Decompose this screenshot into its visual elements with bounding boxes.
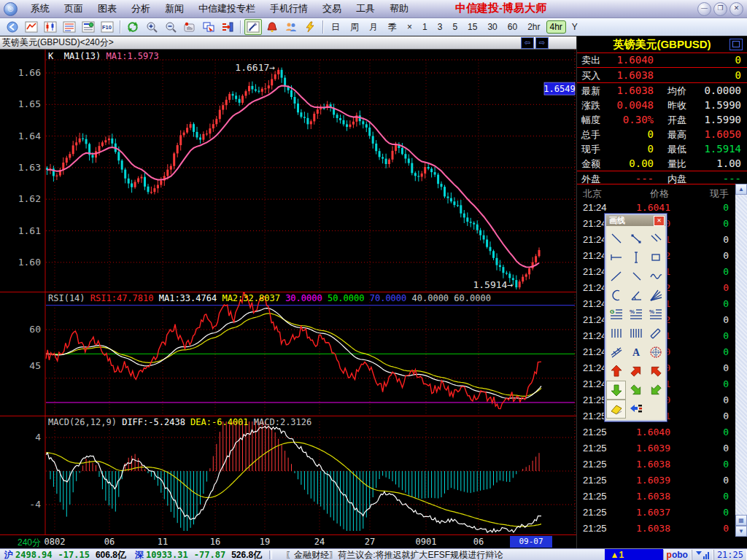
candlestick-button[interactable] — [42, 19, 59, 35]
draw-tool-slanted-channel[interactable] — [646, 324, 665, 343]
draw-tool-gann-fan[interactable] — [646, 286, 665, 305]
period-button-Y[interactable]: Y — [568, 20, 582, 34]
minimize-button[interactable]: — — [697, 2, 711, 16]
period-button-3[interactable]: 3 — [433, 20, 447, 34]
draw-tool-arc-line[interactable] — [606, 286, 626, 305]
draw-tool-arrow-se-green[interactable] — [626, 381, 646, 400]
palette-close-icon[interactable]: ✕ — [654, 216, 665, 226]
draw-tool-trend-line[interactable] — [606, 229, 626, 248]
draw-tool-parallel-lines[interactable] — [646, 229, 665, 248]
export-button[interactable] — [219, 19, 236, 35]
f10-button[interactable]: F10 — [98, 19, 116, 35]
menu-item-新闻[interactable]: 新闻 — [158, 0, 191, 18]
menu-item-系统[interactable]: 系统 — [23, 0, 57, 18]
draw-tool-text-tool[interactable]: A — [626, 343, 646, 362]
draw-tool-wave-line[interactable] — [646, 267, 665, 286]
menu-item-帮助[interactable]: 帮助 — [382, 0, 416, 18]
tick-row[interactable]: 21:251.60380 — [577, 456, 736, 472]
sh-index-label[interactable]: 沪 — [4, 549, 13, 560]
tick-row[interactable]: 21:251.60370 — [577, 505, 736, 521]
period-button-月[interactable]: 月 — [365, 20, 382, 35]
draw-tool-arrow-down-green[interactable] — [606, 381, 626, 400]
back-button[interactable] — [4, 19, 21, 35]
scroll-grid-button[interactable]: ▦ — [735, 515, 747, 526]
period-button-5[interactable]: 5 — [448, 20, 462, 34]
draw-tool-arrow-sw-green[interactable] — [646, 381, 665, 400]
draw-tool-horizontal-line[interactable] — [606, 248, 626, 267]
draw-tool-pan-tool[interactable] — [626, 400, 646, 419]
tick-row[interactable]: 21:251.60380 — [577, 489, 736, 505]
draw-tool-percent-lines[interactable]: % — [626, 305, 646, 324]
draw-tool-vertical-line[interactable] — [626, 248, 646, 267]
period-button-30[interactable]: 30 — [483, 20, 501, 34]
period-button-日[interactable]: 日 — [327, 20, 344, 35]
period-button-周[interactable]: 周 — [346, 20, 363, 35]
main-chart-svg[interactable]: 1.661.651.641.631.621.611.601.6617→1.591… — [0, 50, 576, 292]
tick-volume: 0 — [723, 443, 729, 454]
line-chart-button[interactable] — [23, 19, 40, 35]
period-button-60[interactable]: 60 — [503, 20, 522, 34]
window-switch-button[interactable] — [200, 19, 217, 35]
menu-item-图表[interactable]: 图表 — [90, 0, 124, 18]
period-button-2hr[interactable]: 2hr — [523, 20, 544, 34]
period-button-4hr[interactable]: 4hr — [546, 20, 566, 34]
draw-tool-angle-line[interactable] — [626, 286, 646, 305]
draw-tool-ray-down[interactable] — [626, 267, 646, 286]
zoom-out-button[interactable] — [162, 19, 179, 35]
draw-tool-rectangle[interactable] — [646, 248, 665, 267]
draw-tool-ray-up[interactable] — [606, 267, 626, 286]
info-browser-button[interactable] — [80, 19, 97, 35]
tick-row[interactable]: 21:251.60390 — [577, 440, 736, 456]
alert-count-badge[interactable]: ▲1 — [605, 549, 663, 560]
menu-item-分析[interactable]: 分析 — [124, 0, 158, 18]
tick-row[interactable]: 21:251.60390 — [577, 472, 736, 489]
draw-palette-titlebar[interactable]: 画线 ✕ — [606, 215, 665, 226]
period-button-1[interactable]: 1 — [418, 20, 432, 34]
quote-maximize-button[interactable] — [729, 39, 743, 50]
app-logo-icon[interactable]: ◎ — [4, 2, 18, 16]
period-button-季[interactable]: 季 — [384, 20, 401, 35]
rsi-chart-svg[interactable]: 6045 — [0, 292, 576, 416]
period-button-×[interactable]: × — [403, 20, 417, 34]
quote-list-button[interactable] — [61, 19, 78, 35]
draw-line-button[interactable] — [244, 19, 262, 35]
period-button-15[interactable]: 15 — [463, 20, 481, 34]
alarm-button[interactable] — [263, 19, 281, 35]
menu-item-中信建投专栏[interactable]: 中信建投专栏 — [191, 0, 263, 18]
prev-chart-button[interactable]: ⇦ — [521, 37, 534, 49]
zoom-in-button[interactable] — [143, 19, 160, 35]
drag-button[interactable] — [181, 19, 198, 35]
menu-item-手机行情[interactable]: 手机行情 — [263, 0, 315, 18]
draw-palette[interactable]: 画线 ✕ G%%A — [604, 213, 667, 422]
draw-tool-arrow-ne-red[interactable] — [626, 362, 646, 381]
tick-row[interactable]: 21:251.60400 — [577, 424, 736, 440]
draw-tool-arrow-up-red[interactable] — [606, 362, 626, 381]
menu-item-交易[interactable]: 交易 — [315, 0, 349, 18]
scroll-up-button[interactable]: ▲ — [735, 184, 747, 195]
draw-tool-percent-lines-2[interactable]: % — [646, 305, 665, 324]
menu-item-工具[interactable]: 工具 — [349, 0, 382, 18]
close-button[interactable]: ✕ — [729, 2, 743, 16]
draw-tool-line-segment[interactable] — [626, 229, 646, 248]
macd-chart-svg[interactable]: 4-4 — [0, 416, 576, 534]
scroll-down-button[interactable]: ▼ — [735, 526, 747, 537]
community-button[interactable] — [282, 19, 300, 35]
draw-tool-arrow-nw-red[interactable] — [646, 362, 665, 381]
restore-button[interactable]: ❐ — [713, 2, 727, 16]
next-chart-button[interactable]: ⇨ — [535, 37, 549, 49]
news-ticker[interactable]: 〖金融财经〗荷兰议会:将推迟就扩大EFSF规模进行辩论 — [275, 549, 604, 560]
tick-row[interactable]: 21:251.60380 — [577, 521, 736, 537]
angle-line-icon — [629, 288, 643, 303]
sz-index-label[interactable]: 深 — [135, 549, 144, 560]
draw-tool-cycle-circle[interactable] — [646, 343, 665, 362]
menu-item-页面[interactable]: 页面 — [57, 0, 90, 18]
draw-tool-vertical-grid[interactable] — [606, 324, 626, 343]
tick-volume: 0 — [723, 346, 729, 357]
draw-tool-vertical-grid-dense[interactable] — [626, 324, 646, 343]
draw-tool-golden-section[interactable]: G — [606, 305, 626, 324]
draw-tool-regression-channel[interactable] — [606, 343, 626, 362]
hot-key-button[interactable] — [301, 19, 319, 35]
refresh-button[interactable] — [124, 19, 142, 35]
draw-tool-eraser[interactable] — [606, 400, 626, 419]
scroll-track[interactable] — [735, 195, 747, 515]
